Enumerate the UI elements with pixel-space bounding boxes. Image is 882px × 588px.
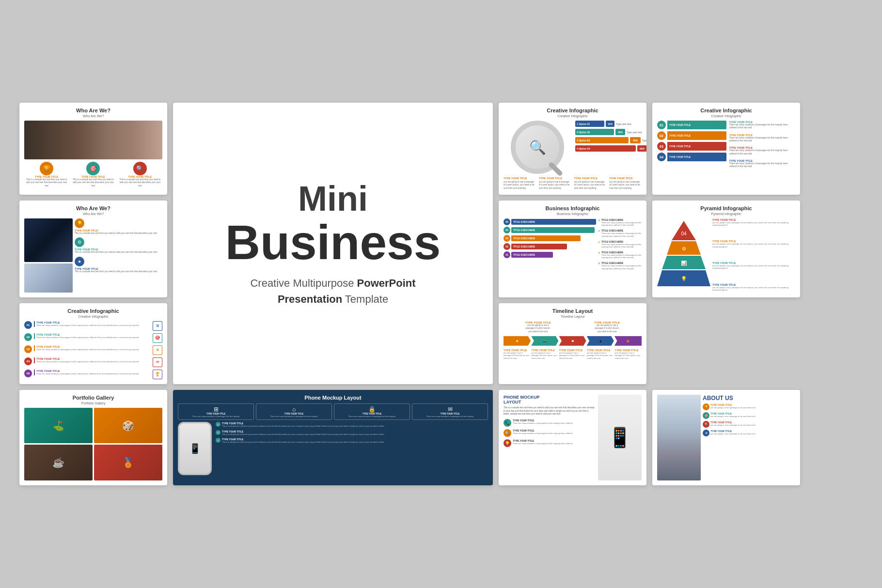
bullet-col-1: TYPE YOUR TITLE you are going to use a p… (504, 177, 536, 190)
slide-phone-dark: Phone Mockup Layout ⊞ TYPE YOUR TITLE Th… (173, 390, 493, 485)
pyramid-labels: TYPE YOUR TITLE you are going to use a p… (712, 218, 795, 291)
phone-icons-row: ⊞ TYPE YOUR TITLE There are many variati… (178, 403, 488, 420)
slide-subtitle: Pyramid Infographic (657, 212, 795, 216)
icon-body-3: This is a sample text and here you need … (118, 178, 162, 187)
slide-title: Creative Infographic (24, 308, 162, 314)
portfolio-grid: ⛳ 🎲 ☕ 🏅 (24, 408, 162, 480)
slide-who-are-we-1: Who Are We? Who Are We? 🏆 TYPE YOUR TITL… (19, 103, 167, 195)
phone-icon-4: ✉ TYPE YOUR TITLE There are many variati… (412, 403, 488, 420)
bullet-col-4: TYPE YOUR TITLE you are going to use a p… (609, 177, 642, 190)
who-text-col: 💡 TYPE YOUR TITLE This is a sample text … (75, 218, 162, 293)
phone-bullets: ✓ TYPE YOUR TITLEThis is a sample text a… (216, 422, 488, 475)
about-photo (657, 395, 701, 480)
who-icon-1: 🏆 TYPE YOUR TITLE This is a sample text … (24, 162, 69, 187)
office-photo (24, 121, 162, 159)
portfolio-cell-1: ⛳ (24, 408, 93, 444)
phone-hand-img: 📱 (598, 395, 642, 480)
phone-icon-2: ⌂ TYPE YOUR TITLE There are many variati… (256, 403, 332, 420)
slide-portfolio: Portfolio Gallery Portfolio Gallery ⛳ 🎲 … (19, 390, 167, 485)
numbered-list: 01 TYPE YOUR TITLEThere are many variati… (24, 321, 162, 379)
phone-icon-3: 🔒 TYPE YOUR TITLE There are many variati… (334, 403, 410, 420)
slide-subtitle: Business Infographic (504, 212, 642, 216)
slide-who-are-we-2: Who Are We? Who Are We? 💡 TYPE YOUR TITL… (19, 201, 167, 297)
slide-title: Pyramid Infographic (657, 205, 795, 211)
circles-left: 01 TYPE YOUR TITLE 02 TYPE YOUR TITLE 03… (657, 121, 726, 168)
slide-title: Creative Infographic (504, 108, 642, 113)
portfolio-icon-3: ☕ (52, 457, 64, 468)
svg-marker-0 (672, 221, 696, 240)
slide-title: Who Are We? (24, 108, 162, 113)
slide-title: Phone Mockup Layout (178, 395, 488, 401)
svg-text:📊: 📊 (681, 260, 687, 266)
slide-subtitle: Portfolio Gallery (24, 402, 162, 405)
main-grid: Who Are We? Who Are We? 🏆 TYPE YOUR TITL… (10, 93, 872, 495)
phone-mockup-img: 📱 (178, 422, 212, 475)
who-icon-2: 🎯 TYPE YOUR TITLE This is a sample text … (71, 162, 115, 187)
slide-title: Who Are We? (24, 205, 162, 211)
staircase-text: ✓ TITLE GOES HEREThere are many variatio… (598, 218, 642, 270)
slide-subtitle: Creative Infographic (504, 114, 642, 118)
slide-phone-hand: PHONE MOCKUPLAYOUT This is a sample text… (499, 390, 646, 485)
portfolio-icon-1: ⛳ (52, 420, 64, 432)
hero-card: Mini Business Creative Multipurpose Powe… (173, 103, 493, 384)
slide-pyramid: Pyramid Infographic Pyramid Infographic … (652, 201, 800, 297)
phone-hand-text: PHONE MOCKUPLAYOUT This is a sample text… (504, 395, 595, 480)
svg-text:⚙: ⚙ (682, 246, 686, 251)
phone-icon-1: ⊞ TYPE YOUR TITLE There are many variati… (178, 403, 254, 420)
slide-about-us: ABOUT US 🏆 TYPE YOUR TITLEyou are going … (652, 390, 800, 485)
slide-title: Timeline Layout (504, 308, 642, 314)
slide-business-infographic: Business Infographic Business Infographi… (499, 201, 646, 297)
hero-title-mini: Mini (298, 180, 368, 218)
portfolio-icon-4: 🏅 (122, 457, 134, 468)
slide-subtitle: Timeline Layout (504, 315, 642, 318)
slide-title: Portfolio Gallery (24, 395, 162, 401)
slide-creative-numbered: Creative Infographic Creative Infographi… (19, 303, 167, 384)
icon-body-2: This is a sample text and here you need … (71, 178, 115, 187)
portfolio-cell-3: ☕ (24, 445, 93, 480)
portfolio-icon-2: 🎲 (122, 420, 134, 432)
who-photos (24, 218, 73, 293)
slide-creative-inf-bar: Creative Infographic Creative Infographi… (499, 103, 646, 195)
pyramid-svg: 04 ⚙ 📊 💡 (657, 218, 710, 291)
phone-body: 📱 ✓ TYPE YOUR TITLEThis is a sample text… (178, 422, 488, 475)
about-content: ABOUT US 🏆 TYPE YOUR TITLEyou are going … (703, 395, 795, 480)
svg-text:💡: 💡 (681, 276, 687, 282)
slide-timeline: Timeline Layout Timeline Layout TYPE YOU… (499, 303, 646, 384)
slide-subtitle: Creative Infographic (657, 114, 795, 118)
slide-title: Business Infographic (504, 205, 642, 211)
slide-subtitle: Creative Infographic (24, 315, 162, 318)
bullet-col-3: TYPE YOUR TITLE you are going to use a p… (574, 177, 607, 190)
slide-creative-inf-circles: Creative Infographic Creative Infographi… (652, 103, 800, 195)
portfolio-cell-2: 🎲 (94, 408, 162, 444)
who-icon-3: 🔍 TYPE YOUR TITLE This is a sample text … (118, 162, 162, 187)
bar-chart: 1 Option 01 10% Type your text 2 Option … (575, 121, 646, 174)
staircase-bars: 05 TITLE GOES HERE 04 TITLE GOES HERE 03… (504, 218, 596, 270)
office-photo-2 (24, 263, 73, 293)
icon-body-1: This is a sample text and here you need … (24, 178, 69, 187)
hero-subtitle: Creative Multipurpose PowerPointPresenta… (250, 275, 415, 307)
slide-subtitle: Who Are We? (24, 212, 162, 216)
hero-title-business: Business (225, 218, 441, 266)
timeline-footer: TYPE YOUR TITLEyou are going to use a pa… (504, 349, 642, 360)
slide-subtitle: Who Are We? (24, 114, 162, 118)
svg-text:04: 04 (681, 231, 687, 236)
chess-photo (24, 218, 73, 262)
bullet-col-2: TYPE YOUR TITLE you are going to use a p… (539, 177, 571, 190)
timeline-arrows: ⊞ 📷 🖥 📱 🎁 (504, 336, 642, 346)
portfolio-cell-4: 🏅 (94, 445, 162, 480)
circles-right: TYPE YOUR TITLE There are many variation… (729, 121, 796, 168)
slide-title: Creative Infographic (657, 108, 795, 113)
